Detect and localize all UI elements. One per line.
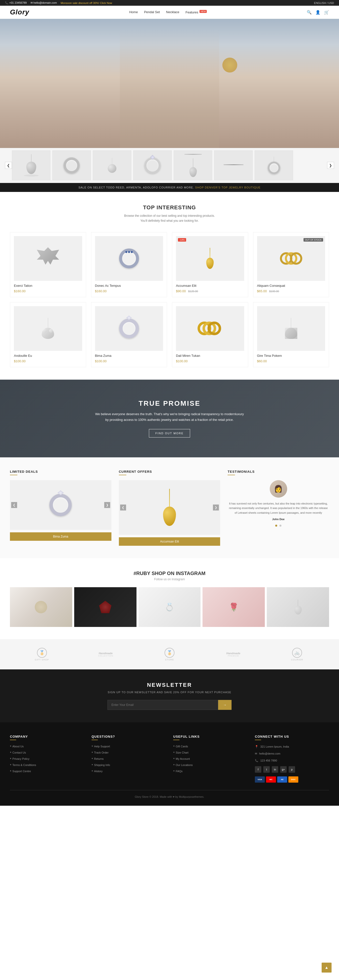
thumb-item-1[interactable]: [12, 151, 51, 180]
nav-pendal[interactable]: Pendal Set: [144, 10, 160, 14]
footer-shipping-link[interactable]: Shipping Info: [94, 764, 110, 767]
product-img-2: [95, 236, 163, 281]
search-icon[interactable]: 🔍: [307, 10, 312, 15]
testimonial-dot-2[interactable]: [279, 525, 282, 527]
thumb-next-btn[interactable]: ❯: [327, 162, 334, 169]
testimonial-dots: [228, 523, 329, 528]
product-price-3: $90.00 $120.00: [176, 289, 244, 293]
social-pinterest[interactable]: p: [288, 766, 295, 773]
thumb-item-2[interactable]: [52, 151, 91, 180]
nav-features[interactable]: Features NEW: [185, 10, 207, 14]
newsletter-email-input[interactable]: [108, 700, 218, 710]
footer-history-link[interactable]: History: [94, 770, 103, 773]
nav-necklace[interactable]: Necklace: [166, 10, 179, 14]
social-facebook[interactable]: f: [255, 766, 261, 773]
instagram-grid: 💍 🌹: [10, 587, 329, 627]
instagram-item-1[interactable]: [10, 587, 72, 627]
product-price-2: $160.00: [95, 289, 163, 293]
product-card-4[interactable]: OUT OF STOCK Aliquam Consequat $65.00 $1…: [253, 232, 329, 297]
footer-about-link[interactable]: About Us: [13, 745, 24, 748]
footer-faqs-link[interactable]: FAQs: [176, 770, 183, 773]
thumb-prev-btn[interactable]: ❮: [5, 162, 12, 169]
sale-banner-text: SALE ON SELECT TODD REED, ARMENTA, ADOLO…: [78, 186, 194, 189]
instagram-item-3[interactable]: 💍: [138, 587, 201, 627]
pay-disc: DISC: [288, 776, 298, 783]
footer-sizechart-link[interactable]: Size Chart: [176, 751, 189, 754]
language-text: ENGLISH: [314, 2, 326, 5]
brand-2: Handmade COLLECTION: [91, 647, 120, 662]
offers-product-btn[interactable]: Accumsan Elit: [119, 537, 220, 546]
footer-locations-link[interactable]: Our Locations: [176, 764, 193, 767]
current-offers-slider: ❮ ❯: [119, 480, 220, 535]
brand-1: 🏅 GIFT SHOP: [27, 647, 57, 662]
product-name-7: Dail Miren Tukan: [176, 354, 244, 358]
footer-returns-link[interactable]: Returns: [94, 757, 104, 760]
footer-privacy-link[interactable]: Privacy Policy: [13, 757, 29, 760]
footer-social: f t in g+ p: [255, 766, 329, 773]
footer-terms-link[interactable]: Terms & Conditions: [13, 764, 36, 767]
footer-email: ✉ hello@demo.com: [255, 751, 329, 756]
footer-useful-title: USEFUL LINKS: [173, 735, 247, 740]
sale-banner-link[interactable]: SHOP DENVER'S TOP JEWELRY BOUTIQUE: [195, 186, 261, 189]
product-card-2[interactable]: Donec Ac Tempus $160.00: [91, 232, 167, 297]
phone-text: 📞 +01 23456789: [5, 1, 27, 5]
thumb-strip: ❮: [0, 148, 339, 183]
footer-contact-link[interactable]: Contact Us: [13, 751, 26, 754]
newsletter-submit-btn[interactable]: →: [218, 700, 231, 710]
footer-giftcards-link[interactable]: Gift Cards: [176, 745, 188, 748]
footer-support-link[interactable]: Support Centre: [13, 770, 31, 773]
hero-banner: [0, 19, 339, 148]
product-card-5[interactable]: Andouille Eu $100.00: [10, 302, 86, 367]
nav-home[interactable]: Home: [129, 10, 138, 14]
payment-icons: VISA MC AE DISC: [255, 776, 329, 783]
product-card-1[interactable]: Exerci Tation $160.00: [10, 232, 86, 297]
footer-company-links: About Us Contact Us Privacy Policy Terms…: [10, 744, 84, 773]
top-bar: 📞 +01 23456789 ✉ hello@domain.com Monsoo…: [0, 0, 339, 6]
cart-icon[interactable]: 🛒: [324, 10, 329, 15]
pay-visa: VISA: [255, 776, 265, 783]
footer-company-title: COMPANY: [10, 735, 84, 740]
brand-4: Handmade PREMIUM: [219, 647, 248, 662]
footer-useful: USEFUL LINKS Gift Cards Size Chart My Ac…: [173, 735, 247, 783]
thumb-item-4[interactable]: [133, 151, 172, 180]
footer-contact-info: 📍 321 Lorem Ipsum, India ✉ hello@demo.co…: [255, 744, 329, 763]
product-price-5: $100.00: [14, 359, 82, 363]
sale-banner: SALE ON SELECT TODD REED, ARMENTA, ADOLO…: [0, 183, 339, 192]
instagram-item-5[interactable]: [267, 587, 329, 627]
thumb-item-5[interactable]: [174, 151, 212, 180]
deals-product-btn[interactable]: Bima zuma: [10, 532, 111, 541]
offers-next-btn[interactable]: ❯: [213, 504, 219, 511]
product-card-8[interactable]: Gire Tima Pokem $60.00: [253, 302, 329, 367]
instagram-subtitle: Follow us on Instagram: [10, 578, 329, 581]
phone-icon: 📞: [255, 758, 258, 763]
footer-myaccount-link[interactable]: My Account: [176, 757, 190, 760]
product-card-7[interactable]: Dail Miren Tukan $100.00: [172, 302, 248, 367]
brand-label-1: GIFT SHOP: [35, 659, 49, 661]
brand-icon-5: 🚲: [292, 648, 302, 658]
social-instagram[interactable]: in: [272, 766, 278, 773]
thumb-item-7[interactable]: [255, 151, 293, 180]
logo[interactable]: Glory: [10, 8, 29, 16]
product-price-1: $160.00: [14, 289, 82, 293]
account-icon[interactable]: 👤: [315, 10, 320, 15]
find-out-more-btn[interactable]: FIND OUT MORE: [149, 429, 190, 438]
thumb-items: [12, 151, 327, 180]
sale-text[interactable]: Monsoon sale discount off 30%! Click Now: [60, 2, 112, 5]
testimonial-text: It has survived not only five centuries,…: [228, 501, 329, 515]
social-gplus[interactable]: g+: [280, 766, 287, 773]
footer-track-link[interactable]: Track Order: [94, 751, 108, 754]
instagram-item-2[interactable]: [74, 587, 136, 627]
testimonial-dot-1[interactable]: [275, 525, 277, 527]
product-card-3[interactable]: -14% Accumsan Elit $90.00 $120.00: [172, 232, 248, 297]
instagram-item-4[interactable]: 🌹: [203, 587, 265, 627]
offers-product-img: [163, 489, 176, 526]
social-twitter[interactable]: t: [263, 766, 270, 773]
product-card-6[interactable]: Bima Zuma $100.00: [91, 302, 167, 367]
thumb-item-3[interactable]: [93, 151, 131, 180]
deals-prev-btn[interactable]: ❮: [11, 502, 17, 508]
deals-next-btn[interactable]: ❯: [104, 502, 110, 508]
limited-deals-col: LIMITED DEALS ❮ ❯ Bima zuma: [10, 470, 111, 546]
thumb-item-6[interactable]: [214, 151, 253, 180]
footer-help-link[interactable]: Help Support: [94, 745, 110, 748]
offers-prev-btn[interactable]: ❮: [120, 504, 126, 511]
